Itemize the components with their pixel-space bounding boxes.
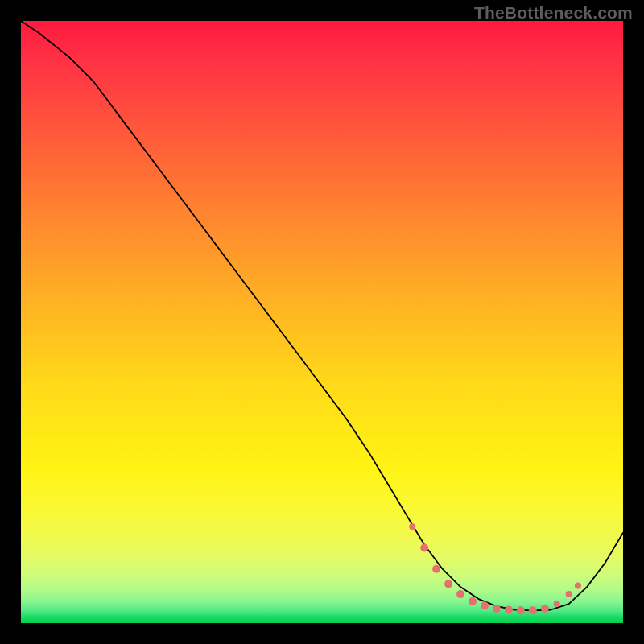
highlight-marker <box>444 580 452 588</box>
highlight-marker <box>529 606 537 614</box>
highlight-marker <box>493 605 501 613</box>
chart-frame: TheBottleneck.com <box>0 0 644 644</box>
curve-svg <box>21 21 623 623</box>
highlight-marker <box>481 601 489 609</box>
watermark-text: TheBottleneck.com <box>474 3 633 23</box>
bottleneck-curve <box>21 21 623 610</box>
highlight-marker <box>554 601 560 607</box>
highlight-marker <box>469 597 477 605</box>
highlight-marker <box>505 606 513 614</box>
highlight-marker <box>420 544 428 552</box>
marker-group <box>409 523 581 614</box>
plot-area <box>21 21 623 623</box>
highlight-marker <box>575 583 581 589</box>
highlight-marker <box>517 606 525 614</box>
highlight-marker <box>541 605 549 613</box>
highlight-marker <box>566 591 572 597</box>
highlight-marker <box>409 523 415 530</box>
highlight-marker <box>456 590 464 598</box>
highlight-marker <box>432 565 440 573</box>
